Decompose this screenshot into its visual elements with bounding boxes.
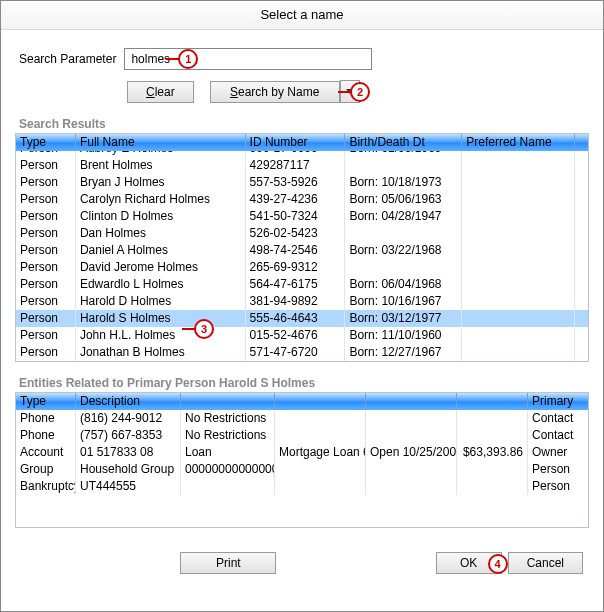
cell-end bbox=[575, 293, 588, 310]
cell-c2 bbox=[275, 478, 366, 495]
cell-pref bbox=[462, 191, 575, 208]
cell-type: Person bbox=[16, 208, 76, 225]
results-header-row: Type Full Name ID Number Birth/Death Dt … bbox=[16, 134, 588, 151]
table-row[interactable]: Account01 517833 08LoanMortgage Loan 6Op… bbox=[16, 444, 588, 461]
cell-desc: UT444555 bbox=[76, 478, 181, 495]
col-id-number[interactable]: ID Number bbox=[246, 134, 346, 151]
cell-bd: Born: 06/04/1968 bbox=[345, 276, 462, 293]
cell-type: Person bbox=[16, 242, 76, 259]
cell-c3 bbox=[366, 478, 457, 495]
search-param-input[interactable] bbox=[124, 48, 372, 70]
cell-bd bbox=[345, 157, 462, 174]
table-row[interactable]: PersonEdwardlo L Holmes564-47-6175Born: … bbox=[16, 276, 588, 293]
cell-end bbox=[575, 242, 588, 259]
cell-end bbox=[575, 174, 588, 191]
related-entities-label: Entities Related to Primary Person Harol… bbox=[19, 376, 589, 390]
cell-type: Person bbox=[16, 276, 76, 293]
col-preferred-name[interactable]: Preferred Name bbox=[462, 134, 575, 151]
cell-rtype: Phone bbox=[16, 427, 76, 444]
cell-c3 bbox=[366, 461, 457, 478]
cell-end bbox=[575, 191, 588, 208]
cell-pref bbox=[462, 174, 575, 191]
cell-name: Bryan J Holmes bbox=[76, 174, 246, 191]
cell-end bbox=[575, 327, 588, 344]
col-rel-type[interactable]: Type bbox=[16, 393, 76, 410]
related-body[interactable]: Phone(816) 244-9012No RestrictionsContac… bbox=[16, 410, 588, 510]
cell-prim: Person bbox=[528, 478, 588, 495]
col-rel-primary[interactable]: Primary bbox=[528, 393, 588, 410]
table-row[interactable]: GroupHousehold Group00000000000000014157… bbox=[16, 461, 588, 478]
col-rel-description[interactable]: Description bbox=[76, 393, 181, 410]
table-row[interactable]: PersonBryan J Holmes557-53-5926Born: 10/… bbox=[16, 174, 588, 191]
search-mode-dropdown[interactable] bbox=[340, 80, 360, 103]
cell-c2: Mortgage Loan 6 bbox=[275, 444, 366, 461]
cell-c1: No Restrictions bbox=[181, 427, 275, 444]
cell-c2 bbox=[275, 461, 366, 478]
cancel-button[interactable]: Cancel bbox=[508, 552, 583, 574]
table-row[interactable]: PersonDan Holmes526-02-5423 bbox=[16, 225, 588, 242]
table-row[interactable]: BankruptcyUT444555Person bbox=[16, 478, 588, 495]
cell-name: David Jerome Holmes bbox=[76, 259, 246, 276]
cell-bd bbox=[345, 259, 462, 276]
cell-type: Person bbox=[16, 293, 76, 310]
cell-pref bbox=[462, 344, 575, 361]
table-row[interactable]: PersonClinton D Holmes541-50-7324Born: 0… bbox=[16, 208, 588, 225]
clear-button[interactable]: Clear bbox=[127, 81, 194, 103]
col-full-name[interactable]: Full Name bbox=[76, 134, 246, 151]
table-row[interactable]: Phone(816) 244-9012No RestrictionsContac… bbox=[16, 410, 588, 427]
results-body[interactable]: PersonAubrey E Holmes000-17-0000Born: 01… bbox=[16, 151, 588, 361]
col-rel-c3[interactable] bbox=[366, 393, 457, 410]
cell-c4 bbox=[457, 478, 528, 495]
cell-pref bbox=[462, 242, 575, 259]
cell-name: Carolyn Richard Holmes bbox=[76, 191, 246, 208]
col-rel-c2[interactable] bbox=[275, 393, 366, 410]
search-param-label: Search Parameter bbox=[19, 52, 116, 66]
print-button[interactable]: Print bbox=[180, 552, 276, 574]
cell-c1 bbox=[181, 478, 275, 495]
cell-end bbox=[575, 157, 588, 174]
table-row[interactable]: PersonCarolyn Richard Holmes439-27-4236B… bbox=[16, 191, 588, 208]
chevron-down-icon bbox=[346, 89, 354, 94]
table-row[interactable]: PersonBrent Holmes429287117 bbox=[16, 157, 588, 174]
cell-type: Person bbox=[16, 327, 76, 344]
cell-name: Edwardlo L Holmes bbox=[76, 276, 246, 293]
ok-button[interactable]: OK bbox=[436, 552, 502, 574]
table-row[interactable]: PersonDaniel A Holmes498-74-2546Born: 03… bbox=[16, 242, 588, 259]
related-hscrollbar[interactable] bbox=[16, 510, 588, 527]
search-by-name-button[interactable]: Search by Name bbox=[210, 81, 340, 103]
cell-bd: Born: 04/28/1947 bbox=[345, 208, 462, 225]
search-results-grid: Type Full Name ID Number Birth/Death Dt … bbox=[15, 133, 589, 362]
table-row[interactable]: PersonHarold S Holmes555-46-4643Born: 03… bbox=[16, 310, 588, 327]
col-birth-death[interactable]: Birth/Death Dt bbox=[345, 134, 462, 151]
cell-type: Person bbox=[16, 225, 76, 242]
cell-pref bbox=[462, 225, 575, 242]
cell-name: Harold D Holmes bbox=[76, 293, 246, 310]
cell-pref bbox=[462, 276, 575, 293]
table-row[interactable]: Phone(757) 667-8353No RestrictionsContac… bbox=[16, 427, 588, 444]
cell-c2 bbox=[275, 410, 366, 427]
col-rel-c1[interactable] bbox=[181, 393, 275, 410]
cell-rtype: Account bbox=[16, 444, 76, 461]
cell-bd: Born: 12/27/1967 bbox=[345, 344, 462, 361]
dialog-title: Select a name bbox=[1, 1, 603, 30]
col-rel-c4[interactable] bbox=[457, 393, 528, 410]
cell-pref bbox=[462, 157, 575, 174]
col-type[interactable]: Type bbox=[16, 134, 76, 151]
cell-bd: Born: 10/16/1967 bbox=[345, 293, 462, 310]
cell-c4 bbox=[457, 410, 528, 427]
cell-pref bbox=[462, 259, 575, 276]
cell-c4: $63,393.86 bbox=[457, 444, 528, 461]
table-row[interactable]: PersonHarold D Holmes381-94-9892Born: 10… bbox=[16, 293, 588, 310]
table-row[interactable]: PersonDavid Jerome Holmes265-69-9312 bbox=[16, 259, 588, 276]
col-end bbox=[575, 134, 588, 151]
cell-id: 541-50-7324 bbox=[246, 208, 346, 225]
cell-id: 015-52-4676 bbox=[246, 327, 346, 344]
table-row[interactable]: PersonJonathan B Holmes571-47-6720Born: … bbox=[16, 344, 588, 361]
cell-desc: (816) 244-9012 bbox=[76, 410, 181, 427]
cell-end bbox=[575, 276, 588, 293]
cell-name: Jonathan B Holmes bbox=[76, 344, 246, 361]
cell-bd: Born: 05/06/1963 bbox=[345, 191, 462, 208]
cell-prim: Contact bbox=[528, 427, 588, 444]
cell-end bbox=[575, 310, 588, 327]
table-row[interactable]: PersonJohn H.L. Holmes015-52-4676Born: 1… bbox=[16, 327, 588, 344]
